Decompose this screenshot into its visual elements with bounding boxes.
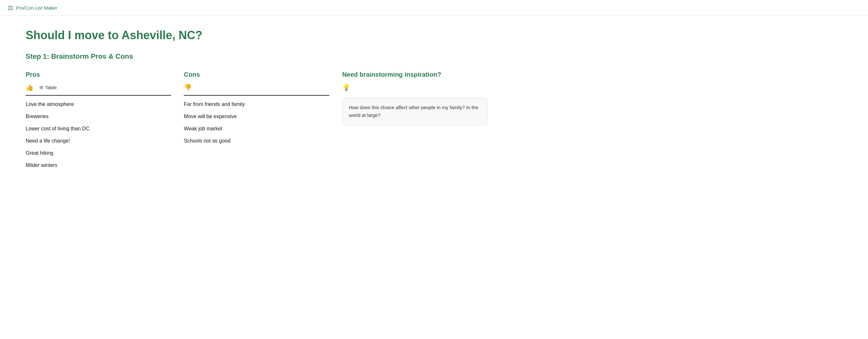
step-title: Step 1: Brainstorm Pros & Cons xyxy=(26,52,488,61)
list-item[interactable]: Need a life change! xyxy=(26,135,171,147)
pros-toolbar: 👍 ⊞ Table xyxy=(26,83,171,96)
pros-list: Love the atmosphereBreweriesLower cost o… xyxy=(26,98,171,171)
list-item[interactable]: Weak job market xyxy=(184,123,329,135)
nav-bar: ⚖ Pro/Con List Maker xyxy=(0,0,868,16)
cons-list: Far from friends and familyMove will be … xyxy=(184,98,329,147)
thumbs-up-icon[interactable]: 👍 xyxy=(26,83,34,91)
table-view-button[interactable]: ⊞ Table xyxy=(37,84,59,91)
inspiration-toolbar: 💡 xyxy=(342,83,488,95)
inspiration-header: Need brainstorming inspiration? xyxy=(342,71,488,78)
pros-header: Pros xyxy=(26,71,171,78)
list-item[interactable]: Move will be expensive xyxy=(184,110,329,123)
list-item[interactable]: Lower cost of living than DC xyxy=(26,123,171,135)
columns-container: Pros 👍 ⊞ Table Love the atmosphereBrewer… xyxy=(26,71,488,171)
app-name: Pro/Con List Maker xyxy=(16,5,57,10)
cons-toolbar: 👎 xyxy=(184,83,329,96)
pros-column: Pros 👍 ⊞ Table Love the atmosphereBrewer… xyxy=(26,71,171,171)
lightbulb-icon: 💡 xyxy=(342,83,350,91)
thumbs-down-icon[interactable]: 👎 xyxy=(184,83,192,91)
main-content: Should I move to Asheville, NC? Step 1: … xyxy=(0,16,513,184)
list-item[interactable]: Breweries xyxy=(26,110,171,123)
inspiration-column: Need brainstorming inspiration? 💡 How do… xyxy=(342,71,488,171)
app-logo[interactable]: ⚖ Pro/Con List Maker xyxy=(8,4,57,11)
cons-header: Cons xyxy=(184,71,329,78)
list-item[interactable]: Far from friends and family xyxy=(184,98,329,110)
page-title: Should I move to Asheville, NC? xyxy=(26,29,488,42)
inspiration-suggestion: How does this choice affect other people… xyxy=(342,97,488,125)
table-icon: ⊞ xyxy=(39,85,43,90)
list-item[interactable]: Schools not as good xyxy=(184,135,329,147)
list-item[interactable]: Love the atmosphere xyxy=(26,98,171,110)
logo-icon: ⚖ xyxy=(8,4,13,11)
table-label: Table xyxy=(45,85,57,90)
cons-column: Cons 👎 Far from friends and familyMove w… xyxy=(184,71,329,171)
list-item[interactable]: Milder winters xyxy=(26,159,171,171)
list-item[interactable]: Great hiking xyxy=(26,147,171,159)
